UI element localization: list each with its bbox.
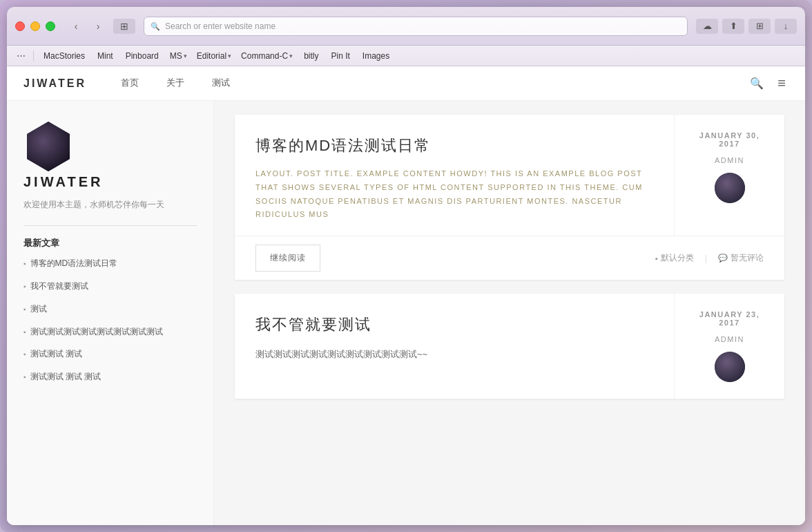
nav-buttons: ‹ › — [66, 19, 108, 33]
sidebar-recent-title: 最新文章 — [23, 237, 197, 249]
toolbar-right: ☁ ⬆ ⊞ ↓ — [696, 19, 797, 34]
post-1-comments[interactable]: 💬 暂无评论 — [718, 252, 764, 264]
sidebar-post-item-4[interactable]: 测试测试测试测试测试测试测试测试 — [23, 326, 197, 338]
sidebar-site-title: JIWATER — [23, 174, 197, 190]
post-2-title[interactable]: 我不管就要测试 — [255, 314, 653, 335]
blog-logo[interactable]: JIWATER — [23, 77, 86, 90]
bm-ms-label: MS — [170, 51, 182, 61]
bm-editorial-label: Editorial — [197, 51, 226, 61]
post-1-comments-label: 暂无评论 — [731, 252, 764, 264]
category-icon: ▪ — [655, 254, 658, 263]
nav-link-test[interactable]: 测试 — [198, 66, 244, 101]
post-1-date: JANUARY 30, 2017 — [688, 131, 771, 148]
bm-editorial-chevron: ▾ — [228, 53, 231, 59]
blog-nav-icons: 🔍 ≡ — [747, 73, 789, 94]
bm-mint[interactable]: Mint — [92, 50, 119, 62]
bm-ms-chevron: ▾ — [184, 53, 187, 59]
post-1-sidebar: JANUARY 30, 2017 ADMIN — [674, 115, 784, 236]
sidebar-post-item-2[interactable]: 我不管就要测试 — [23, 281, 197, 292]
bm-editorial[interactable]: Editorial ▾ — [193, 50, 235, 62]
post-1-author-avatar — [715, 173, 745, 203]
address-bar[interactable]: Search or enter website name — [144, 17, 688, 36]
post-card-1-inner: 博客的MD语法测试日常 LAYOUT. POST TITLE. EXAMPLE … — [235, 115, 784, 236]
bm-separator — [33, 50, 34, 61]
post-card-2: 我不管就要测试 测试测试测试测试测试测试测试测试测试~~ JANUARY 23,… — [235, 294, 784, 399]
blog-content: JIWATER 欢迎使用本主题，水师机芯伴你每一天 最新文章 博客的MD语法测试… — [7, 101, 805, 525]
blog-nav-links: 首页 关于 测试 — [107, 66, 244, 101]
bm-commandc-chevron: ▾ — [289, 53, 293, 59]
post-1-author-label: ADMIN — [715, 156, 744, 164]
sidebar-post-item-6[interactable]: 测试测试 测试 测试 — [23, 371, 197, 383]
sidebar-post-2-title: 我不管就要测试 — [30, 281, 88, 292]
post-card-1: 博客的MD语法测试日常 LAYOUT. POST TITLE. EXAMPLE … — [235, 115, 784, 280]
post-1-category[interactable]: ▪ 默认分类 — [655, 252, 694, 264]
post-2-sidebar: JANUARY 23, 2017 ADMIN — [674, 294, 784, 399]
nav-link-about[interactable]: 关于 — [153, 66, 198, 101]
sidebar-post-3-title: 测试 — [30, 303, 47, 315]
close-button[interactable] — [15, 21, 25, 31]
maximize-button[interactable] — [46, 21, 55, 31]
bm-pinboard[interactable]: Pinboard — [120, 50, 164, 62]
comment-icon: 💬 — [718, 254, 728, 263]
post-2-content: 我不管就要测试 测试测试测试测试测试测试测试测试测试~~ — [235, 294, 674, 399]
traffic-lights — [15, 21, 55, 31]
share-button[interactable]: ⬆ — [722, 19, 744, 34]
bm-commandc-label: Command-C — [241, 51, 288, 61]
sidebar-toggle-button[interactable]: ⊞ — [113, 19, 135, 34]
post-1-footer: 继续阅读 ▪ 默认分类 | 💬 暂无评论 — [235, 236, 784, 280]
back-button[interactable]: ‹ — [66, 19, 86, 33]
post-2-author-label: ADMIN — [715, 335, 744, 343]
bm-command-c[interactable]: Command-C ▾ — [237, 50, 297, 62]
sidebar-post-1-title: 博客的MD语法测试日常 — [30, 258, 118, 269]
sidebar-divider-1 — [23, 225, 197, 226]
blog-main: 博客的MD语法测试日常 LAYOUT. POST TITLE. EXAMPLE … — [214, 101, 805, 525]
window-frame: ‹ › ⊞ 🔍 Search or enter website name ☁ ⬆… — [0, 0, 812, 532]
post-2-author-avatar — [715, 352, 745, 382]
sidebar-post-item-3[interactable]: 测试 — [23, 303, 197, 315]
post-1-avatar-inner — [715, 173, 745, 203]
tab-overview-button[interactable]: ⊞ — [748, 19, 771, 34]
post-2-date: JANUARY 23, 2017 — [688, 310, 771, 327]
post-2-avatar-inner — [715, 352, 745, 382]
sidebar-description: 欢迎使用本主题，水师机芯伴你每一天 — [23, 198, 197, 211]
bm-images[interactable]: Images — [357, 50, 395, 62]
post-1-content: 博客的MD语法测试日常 LAYOUT. POST TITLE. EXAMPLE … — [235, 115, 674, 236]
sidebar-post-5-title: 测试测试 测试 — [30, 348, 82, 360]
post-1-title[interactable]: 博客的MD语法测试日常 — [255, 135, 653, 156]
post-1-excerpt: LAYOUT. POST TITLE. EXAMPLE CONTENT HOWD… — [255, 167, 653, 222]
post-card-2-inner: 我不管就要测试 测试测试测试测试测试测试测试测试测试~~ JANUARY 23,… — [235, 294, 784, 399]
bm-macstories[interactable]: MacStories — [38, 50, 90, 62]
blog-window: JIWATER 首页 关于 测试 🔍 ≡ JIWATER — [7, 66, 805, 525]
post-1-meta: ▪ 默认分类 | 💬 暂无评论 — [655, 252, 764, 264]
sidebar-post-item-1[interactable]: 博客的MD语法测试日常 — [23, 258, 197, 269]
post-1-category-label: 默认分类 — [661, 252, 694, 264]
blog-search-button[interactable]: 🔍 — [747, 74, 766, 93]
sidebar-post-item-5[interactable]: 测试测试 测试 — [23, 348, 197, 360]
sidebar-avatar — [23, 122, 73, 171]
nav-link-home[interactable]: 首页 — [107, 66, 153, 101]
bm-bitly[interactable]: bitly — [298, 50, 324, 62]
download-button[interactable]: ↓ — [775, 19, 797, 34]
blog-sidebar: JIWATER 欢迎使用本主题，水师机芯伴你每一天 最新文章 博客的MD语法测试… — [7, 101, 214, 525]
blog-menu-button[interactable]: ≡ — [775, 73, 789, 94]
apps-grid-button[interactable]: ⋯ — [12, 48, 29, 64]
post-1-read-more[interactable]: 继续阅读 — [255, 245, 320, 272]
post-1-meta-divider: | — [705, 254, 707, 263]
bm-pinit[interactable]: Pin It — [325, 50, 355, 62]
blog-nav: JIWATER 首页 关于 测试 🔍 ≡ — [7, 66, 805, 101]
post-2-excerpt: 测试测试测试测试测试测试测试测试测试~~ — [255, 346, 653, 362]
forward-button[interactable]: › — [88, 19, 108, 33]
title-bar: ‹ › ⊞ 🔍 Search or enter website name ☁ ⬆… — [7, 7, 805, 46]
address-bar-container: 🔍 Search or enter website name — [144, 17, 688, 36]
search-icon: 🔍 — [151, 21, 160, 30]
sidebar-post-6-title: 测试测试 测试 测试 — [30, 371, 102, 383]
minimize-button[interactable] — [30, 21, 40, 31]
address-placeholder: Search or enter website name — [165, 21, 276, 31]
cloud-button[interactable]: ☁ — [696, 19, 718, 34]
bookmarks-bar: ⋯ MacStories Mint Pinboard MS ▾ Editoria… — [7, 46, 805, 66]
sidebar-post-4-title: 测试测试测试测试测试测试测试测试 — [30, 326, 163, 338]
bm-ms[interactable]: MS ▾ — [166, 50, 191, 62]
browser-window: ‹ › ⊞ 🔍 Search or enter website name ☁ ⬆… — [7, 7, 805, 525]
